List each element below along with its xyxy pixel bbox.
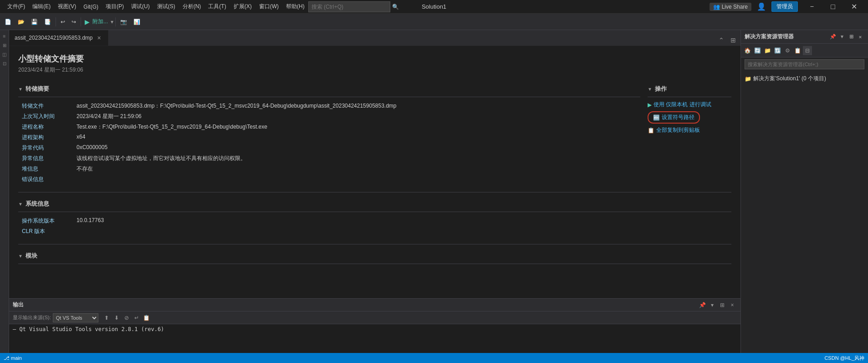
manage-button[interactable]: 管理员 [771, 1, 798, 12]
status-git[interactable]: ⎇ main [4, 355, 22, 361]
menu-view[interactable]: 视图(V) [54, 1, 80, 12]
menu-test[interactable]: 测试(S) [153, 1, 179, 12]
undo-icon: ↩ [61, 19, 65, 25]
output-dropdown-icon[interactable]: ▾ [708, 301, 717, 310]
right-panel-toolbar: 🏠 🔄 📁 🔃 ⚙ 📋 ⊟ [741, 44, 868, 57]
right-toolbar-btn-4[interactable]: 🔃 [773, 46, 782, 55]
right-toolbar-btn-3[interactable]: 📁 [763, 46, 772, 55]
git-icon: ⎇ [4, 355, 10, 361]
right-panel-pin-icon[interactable]: 📌 [829, 33, 837, 41]
output-action-wrap[interactable]: ↵ [132, 313, 141, 322]
close-button[interactable]: ✕ [843, 0, 864, 14]
tab-label: assit_20230424215905853.dmp [15, 35, 92, 41]
activity-icon-3[interactable]: ◫ [0, 50, 9, 58]
menu-bar: 文件(F) 编辑(E) 视图(V) Git(G) 项目(P) 调试(U) 测试(… [4, 1, 710, 12]
output-action-down[interactable]: ⬇ [112, 313, 121, 322]
active-tab[interactable]: assit_20230424215905853.dmp × [9, 30, 108, 46]
right-search-area [741, 57, 868, 71]
editor-output-area: 小型转储文件摘要 2023/4/24 星期一 21:59:06 ▼ [9, 46, 740, 353]
table-row: 操作系统版本 10.0.17763 [18, 216, 731, 226]
right-toolbar-btn-1[interactable]: 🏠 [743, 46, 752, 55]
right-toolbar-btn-2[interactable]: 🔄 [753, 46, 762, 55]
editor-subtitle: 2023/4/24 星期一 21:59:06 [18, 66, 731, 74]
output-close-button[interactable]: × [728, 301, 737, 310]
redo-button[interactable]: ↪ [69, 16, 79, 28]
output-source-select[interactable]: Qt VS Tools [53, 313, 98, 322]
editor-content: 小型转储文件摘要 2023/4/24 星期一 21:59:06 ▼ [9, 46, 740, 298]
undo-button[interactable]: ↩ [58, 16, 68, 28]
modules-header[interactable]: ▼ 模块 [18, 248, 731, 264]
tab-collapse-icon[interactable]: ⌃ [716, 35, 727, 46]
output-action-copy[interactable]: 📋 [142, 313, 151, 322]
dump-summary-header[interactable]: ▼ 转储摘要 [18, 81, 640, 97]
center-area: assit_20230424215905853.dmp × ⌃ ⊞ 小型转储文件… [9, 30, 740, 353]
symbol-icon: 🔤 [653, 114, 660, 121]
field-key: 错误信息 [18, 174, 73, 185]
debug-play-icon: ▶ [648, 102, 652, 108]
menu-file[interactable]: 文件(F) [4, 1, 29, 12]
menu-help[interactable]: 帮助(H) [282, 1, 308, 12]
tab-close-icon[interactable]: × [95, 34, 102, 41]
field-value: 10.0.17763 [73, 216, 731, 226]
table-row: CLR 版本 [18, 226, 731, 237]
solution-search-input[interactable] [745, 59, 864, 69]
system-info-header[interactable]: ▼ 系统信息 [18, 196, 731, 212]
debug-action-link[interactable]: ▶ 使用 仅限本机 进行调试 [648, 101, 711, 109]
copy-all-link[interactable]: 📋 全部复制到剪贴板 [648, 126, 700, 134]
right-panel-dropdown-icon[interactable]: ▾ [838, 33, 846, 41]
symbol-path-link[interactable]: 🔤 设置符号路径 [648, 111, 700, 124]
output-header: 输出 📌 ▾ ⊞ × [9, 299, 740, 311]
menu-analyze[interactable]: 分析(N) [179, 1, 205, 12]
chart-button[interactable]: 📊 [131, 16, 143, 28]
right-header-controls: 📌 ▾ ⊞ × [829, 33, 864, 41]
tab-pin-icon[interactable]: ⊞ [728, 35, 739, 46]
menu-git[interactable]: Git(G) [80, 2, 102, 12]
camera-button[interactable]: 📷 [117, 16, 130, 28]
activity-icon-1[interactable]: ≡ [0, 32, 9, 40]
start-debug-button[interactable]: ▶ [83, 18, 92, 26]
actions-area: ▼ 操作 ▶ 使用 仅限本机 进行调试 [640, 81, 731, 134]
csdn-label: CSDN @HL_风神 [824, 355, 864, 362]
live-share-button[interactable]: 👥 Live Share [710, 3, 751, 11]
section-divider-1 [18, 192, 731, 192]
save-all-button[interactable]: 📑 [41, 16, 54, 28]
activity-icon-2[interactable]: ⊞ [0, 41, 9, 49]
solution-label: 解决方案'Solution1' (0 个项目) [753, 75, 826, 83]
output-expand-button[interactable]: ⊞ [718, 301, 727, 310]
live-share-label: Live Share [722, 4, 748, 10]
global-search-input[interactable] [308, 1, 390, 12]
table-row: 上次写入时间 2023/4/24 星期一 21:59:06 [18, 111, 640, 122]
system-info-section: ▼ 系统信息 操作系统版本 10.0.17763 CLR 版本 [18, 196, 731, 237]
table-row: 堆信息 不存在 [18, 164, 640, 174]
right-panel-close-icon[interactable]: × [856, 33, 864, 41]
right-panel-header: 解决方案资源管理器 📌 ▾ ⊞ × [741, 30, 868, 44]
new-project-button[interactable]: 📄 [2, 16, 14, 28]
minimize-button[interactable]: － [802, 0, 822, 14]
output-pin-button[interactable]: 📌 [698, 301, 707, 310]
menu-tools[interactable]: 工具(T) [204, 1, 230, 12]
field-key: 转储文件 [18, 101, 73, 111]
redo-icon: ↪ [71, 19, 76, 25]
activity-icon-4[interactable]: ⊡ [0, 59, 9, 67]
right-toolbar-btn-7[interactable]: ⊟ [803, 46, 812, 55]
search-icon: 🔍 [390, 4, 399, 10]
save-button[interactable]: 💾 [28, 16, 41, 28]
statusbar: ⎇ main CSDN @HL_风神 [0, 353, 868, 363]
right-toolbar-btn-6[interactable]: 📋 [793, 46, 802, 55]
field-key: 异常代码 [18, 143, 73, 153]
right-toolbar-btn-5[interactable]: ⚙ [783, 46, 792, 55]
menu-extensions[interactable]: 扩展(X) [230, 1, 255, 12]
camera-icon: 📷 [120, 19, 127, 25]
menu-debug[interactable]: 调试(U) [128, 1, 153, 12]
actions-header: ▼ 操作 [648, 81, 731, 97]
menu-project[interactable]: 项目(P) [102, 1, 128, 12]
output-action-up[interactable]: ⬆ [102, 313, 111, 322]
menu-window[interactable]: 窗口(W) [255, 1, 282, 12]
save-icon: 💾 [31, 19, 38, 25]
right-panel-expand-icon[interactable]: ⊞ [847, 33, 855, 41]
user-icon[interactable]: 👤 [755, 2, 768, 11]
menu-edit[interactable]: 编辑(E) [29, 1, 54, 12]
output-action-clear[interactable]: ⊘ [122, 313, 131, 322]
open-button[interactable]: 📂 [15, 16, 27, 28]
restore-button[interactable]: □ [822, 0, 843, 14]
